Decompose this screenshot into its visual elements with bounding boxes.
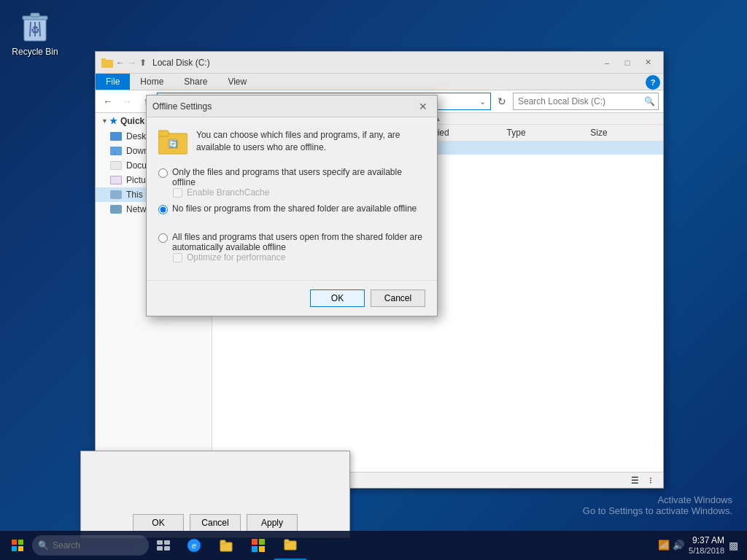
folder-title-icon [101, 57, 113, 69]
props-ok-button[interactable]: OK [133, 514, 184, 532]
taskbar-store-button[interactable] [242, 531, 274, 560]
up-title-icon: ⬆ [139, 58, 147, 68]
taskbar-ie-button[interactable]: e [178, 531, 210, 560]
radio-opt1[interactable] [158, 168, 168, 178]
status-bar-right: ☰ ⁝ [628, 474, 657, 487]
radio-opt2[interactable] [158, 205, 168, 214]
desktop: ♻ Recycle Bin ← → ⬆ Local Disk (C:) – □ … [0, 0, 747, 560]
props-cancel-button[interactable]: Cancel [190, 514, 241, 532]
svg-text:♻: ♻ [31, 24, 40, 36]
quick-access-icon: ★ [109, 116, 117, 126]
svg-rect-15 [12, 546, 17, 551]
title-bar-controls: – □ ✕ [597, 55, 657, 70]
task-view-button[interactable] [149, 531, 178, 560]
quick-access-arrow: ▼ [101, 117, 108, 125]
dialog-option-1: Only the files and programs that users s… [158, 167, 425, 198]
taskbar-explorer-button[interactable] [210, 531, 242, 560]
properties-dialog: OK Cancel Apply [80, 451, 350, 538]
optimize-text: Optimize for performance [187, 252, 285, 262]
recycle-bin-svg: ♻ [20, 9, 50, 44]
col-header-type[interactable]: Type [504, 126, 588, 139]
optimize-label[interactable]: Optimize for performance [173, 252, 425, 262]
title-bar: ← → ⬆ Local Disk (C:) – □ ✕ [96, 52, 663, 74]
svg-rect-2 [31, 13, 39, 17]
col-header-size[interactable]: Size [587, 126, 657, 139]
radio-label-3[interactable]: All files and programs that users open f… [158, 232, 425, 252]
radio-opt3-label: All files and programs that users open f… [172, 232, 425, 252]
tab-view[interactable]: View [217, 74, 257, 90]
spacer [158, 220, 425, 232]
taskbar-search-input[interactable] [32, 535, 149, 556]
recycle-bin-icon[interactable]: ♻ Recycle Bin [6, 6, 64, 60]
svg-rect-16 [18, 546, 23, 551]
network-tray-icon[interactable]: 📶 [658, 540, 670, 551]
dialog-cancel-button[interactable]: Cancel [371, 289, 425, 307]
back-button[interactable]: ← [100, 93, 116, 109]
optimize-checkbox[interactable] [173, 253, 182, 262]
dialog-close-button[interactable]: ✕ [415, 99, 431, 114]
dialog-header-row: 🔄 You can choose which files and program… [158, 129, 425, 155]
svg-rect-10 [158, 131, 169, 136]
dialog-title: Offline Settings [152, 101, 415, 112]
svg-rect-28 [259, 546, 265, 552]
radio-opt1-label: Only the files and programs that users s… [172, 167, 425, 187]
explorer-icon [219, 538, 233, 553]
branch-cache-text: Enable BranchCache [187, 187, 269, 198]
clock-area[interactable]: 9:37 AM 5/18/2018 [689, 535, 724, 556]
svg-rect-17 [157, 540, 163, 545]
volume-tray-icon[interactable]: 🔊 [673, 540, 684, 551]
back-title-icon: ← [116, 58, 125, 68]
branch-cache-label[interactable]: Enable BranchCache [173, 187, 425, 198]
path-dropdown-icon[interactable]: ⌄ [479, 97, 486, 106]
pictures-icon [110, 176, 122, 184]
maximize-button[interactable]: □ [618, 55, 637, 70]
this-pc-icon [110, 190, 122, 199]
store-icon [251, 538, 266, 553]
tab-share[interactable]: Share [174, 74, 217, 90]
radio-label-1[interactable]: Only the files and programs that users s… [158, 167, 425, 187]
window-title: Local Disk (C:) [152, 58, 597, 68]
forward-title-icon: → [128, 58, 136, 68]
system-tray: 📶 🔊 [658, 540, 684, 551]
svg-text:e: e [192, 541, 196, 550]
svg-rect-18 [164, 540, 170, 545]
radio-opt3[interactable] [158, 233, 168, 243]
documents-icon [110, 161, 122, 170]
dialog-description: You can choose which files and programs,… [196, 129, 425, 154]
details-view-button[interactable]: ☰ [628, 474, 641, 487]
ribbon-tabs: File Home Share View ? [96, 74, 663, 90]
dialog-body: 🔄 You can choose which files and program… [147, 117, 437, 280]
offline-folder-icon: 🔄 [158, 129, 187, 155]
taskbar-right: 📶 🔊 9:37 AM 5/18/2018 ▩ [658, 535, 744, 556]
forward-button[interactable]: → [119, 93, 135, 109]
tiles-view-button[interactable]: ⁝ [644, 474, 657, 487]
refresh-button[interactable]: ↻ [494, 93, 510, 109]
radio-label-2[interactable]: No files or programs from the shared fol… [158, 203, 425, 214]
offline-settings-dialog: Offline Settings ✕ 🔄 You can choose whic… [146, 95, 438, 316]
props-apply-button[interactable]: Apply [247, 514, 298, 532]
taskbar-active-app-button[interactable] [274, 531, 306, 560]
svg-rect-14 [18, 540, 23, 545]
minimize-button[interactable]: – [597, 55, 616, 70]
ribbon: File Home Share View ? [96, 74, 663, 90]
svg-rect-26 [259, 539, 265, 545]
dialog-option-3: All files and programs that users open f… [158, 232, 425, 262]
tab-file[interactable]: File [96, 74, 130, 90]
start-icon [12, 540, 23, 551]
branch-cache-checkbox[interactable] [173, 188, 182, 198]
svg-rect-24 [220, 540, 225, 544]
dialog-ok-button[interactable]: OK [310, 289, 365, 307]
svg-rect-13 [12, 540, 17, 545]
clock-date: 5/18/2018 [689, 546, 724, 556]
help-button[interactable]: ? [646, 75, 660, 90]
start-button[interactable] [3, 531, 32, 560]
activate-watermark: Activate Windows Go to Settings to activ… [583, 494, 732, 516]
desktop-icon [110, 132, 122, 141]
tab-home[interactable]: Home [130, 74, 174, 90]
svg-rect-27 [252, 546, 258, 552]
search-input[interactable] [513, 93, 659, 110]
notification-button[interactable]: ▩ [729, 540, 738, 551]
close-button[interactable]: ✕ [638, 55, 657, 70]
ie-icon: e [187, 538, 201, 553]
recycle-bin-label: Recycle Bin [12, 47, 58, 57]
